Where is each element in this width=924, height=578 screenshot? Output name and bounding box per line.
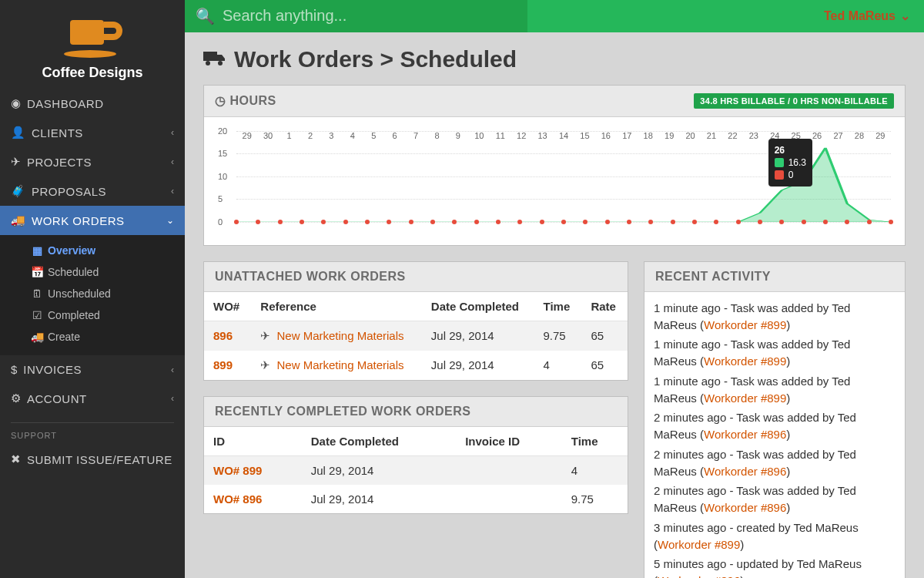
reference-link[interactable]: ✈ New Marketing Materials <box>260 358 403 371</box>
reference-link[interactable]: ✈ New Marketing Materials <box>260 329 403 342</box>
check-icon: ☑ <box>31 309 43 321</box>
user-icon: 👤 <box>11 126 25 139</box>
grid-icon: ▦ <box>31 244 43 257</box>
data-point <box>474 220 479 224</box>
chevron-down-icon: ⌄ <box>900 8 910 23</box>
data-point <box>256 220 260 224</box>
activity-entry: 2 minutes ago - Task was added by Ted Ma… <box>654 409 896 443</box>
svg-point-1 <box>64 50 116 58</box>
subnav-item-overview[interactable]: ▦Overview <box>0 240 185 261</box>
sidebar: Coffee Designs ◉ DASHBOARD 👤 CLIENTS ‹✈ … <box>0 0 185 578</box>
nav-item-dashboard[interactable]: ◉ DASHBOARD <box>0 89 185 118</box>
data-point <box>583 220 588 224</box>
coffee-cup-icon <box>59 15 126 59</box>
hours-summary-badge: 34.8 HRS BILLABLE / 0 HRS NON-BILLABLE <box>694 93 894 109</box>
activity-entry: 2 minutes ago - Task was added by Ted Ma… <box>654 482 896 516</box>
data-point <box>452 220 457 224</box>
data-point <box>496 220 500 224</box>
hours-title: ◷ HOURS <box>215 93 276 108</box>
data-point <box>300 220 304 224</box>
nav-item-invoices[interactable]: $ INVOICES ‹ <box>0 355 185 384</box>
search-bar[interactable]: 🔍 <box>185 0 527 32</box>
data-point <box>867 220 872 224</box>
workorder-link[interactable]: Workorder #899 <box>704 318 786 331</box>
data-point <box>321 220 326 224</box>
hours-card: ◷ HOURS 34.8 HRS BILLABLE / 0 HRS NON-BI… <box>203 85 906 246</box>
workorder-link[interactable]: Workorder #896 <box>704 501 786 514</box>
search-input[interactable] <box>223 7 517 25</box>
user-name: Ted MaReus <box>824 9 896 23</box>
data-point <box>234 220 239 224</box>
data-point <box>779 220 784 224</box>
data-point <box>561 220 566 224</box>
truck-icon: 🚚 <box>31 331 43 343</box>
activity-entry: 1 minute ago - Task was added by Ted MaR… <box>654 300 896 334</box>
nav-item-proposals[interactable]: 🧳 PROPOSALS ‹ <box>0 176 185 206</box>
column-header: WO# <box>204 292 251 321</box>
chevron-left-icon: ‹ <box>171 365 174 375</box>
calendar-blank-icon: 🗓 <box>31 287 43 300</box>
workorder-link[interactable]: Workorder #899 <box>704 355 786 368</box>
workorder-link[interactable]: Workorder #896 <box>704 465 786 478</box>
workorder-link[interactable]: Workorder #899 <box>658 538 740 551</box>
activity-entry: 1 minute ago - Task was added by Ted MaR… <box>654 373 896 407</box>
main: 🔍 Ted MaReus ⌄ Work Orders > Scheduled <box>185 0 924 578</box>
support-nav: ✖ SUBMIT ISSUE/FEATURE <box>0 445 185 474</box>
nav-item-work-orders[interactable]: 🚚 WORK ORDERS ⌄ <box>0 206 185 235</box>
svg-rect-2 <box>203 52 217 61</box>
user-menu[interactable]: Ted MaReus ⌄ <box>527 0 924 32</box>
chevron-left-icon: ‹ <box>171 186 174 197</box>
data-point <box>845 220 849 224</box>
subnav-item-scheduled[interactable]: 📅Scheduled <box>0 261 185 283</box>
workorder-link[interactable]: 896 <box>213 329 233 342</box>
y-tick: 20 <box>218 126 227 136</box>
support-section-label: SUPPORT <box>0 428 185 445</box>
activity-feed: 1 minute ago - Task was added by Ted MaR… <box>644 292 905 578</box>
data-point <box>387 220 391 224</box>
workorder-link[interactable]: Workorder #896 <box>704 428 786 441</box>
data-point <box>278 220 283 224</box>
column-header: Rate <box>581 292 628 321</box>
activity-card: RECENT ACTIVITY 1 minute ago - Task was … <box>644 261 906 578</box>
chevron-down-icon: ⌄ <box>166 215 174 226</box>
y-tick: 15 <box>218 149 227 158</box>
workorder-link[interactable]: Workorder #899 <box>704 391 786 405</box>
chevron-left-icon: ‹ <box>171 127 174 138</box>
table-row: 896 ✈ New Marketing Materials Jul 29, 20… <box>204 321 628 351</box>
workorder-link[interactable]: Workorder #896 <box>658 574 740 578</box>
data-point <box>736 220 741 224</box>
workorder-link[interactable]: WO# 896 <box>213 492 262 506</box>
data-point <box>758 220 762 224</box>
clock-icon: ◷ <box>215 94 226 107</box>
subnav-item-unscheduled[interactable]: 🗓Unscheduled <box>0 283 185 304</box>
workorder-link[interactable]: 899 <box>213 358 233 371</box>
data-point <box>365 220 370 224</box>
workorder-link[interactable]: WO# 899 <box>213 464 262 477</box>
data-point <box>517 220 522 224</box>
nav-item-account[interactable]: ⚙ ACCOUNT ‹ <box>0 384 185 413</box>
submit-issue-link[interactable]: ✖ SUBMIT ISSUE/FEATURE <box>0 445 185 474</box>
unattached-card: UNATTACHED WORK ORDERS WO#ReferenceDate … <box>203 261 628 381</box>
brand: Coffee Designs <box>0 0 185 89</box>
chevron-left-icon: ‹ <box>171 156 174 167</box>
brand-name: Coffee Designs <box>0 65 185 81</box>
workorders-subnav: ▦Overview📅Scheduled🗓Unscheduled☑Complete… <box>0 235 185 355</box>
activity-entry: 1 minute ago - Task was added by Ted MaR… <box>654 336 896 370</box>
nav-item-projects[interactable]: ✈ PROJECTS ‹ <box>0 147 185 176</box>
unattached-title: UNATTACHED WORK ORDERS <box>215 270 406 284</box>
activity-entry: 3 minutes ago - created by Ted MaReus (W… <box>654 519 896 553</box>
subnav-item-create[interactable]: 🚚Create <box>0 326 185 348</box>
activity-entry: 5 minutes ago - updated by Ted MaReus (W… <box>654 556 896 578</box>
column-header: Invoice ID <box>456 427 562 456</box>
data-point <box>802 220 806 224</box>
chevron-left-icon: ‹ <box>171 393 174 404</box>
chart-tooltip: 26 16.3 0 <box>768 139 812 187</box>
briefcase-icon: 🧳 <box>11 184 25 198</box>
data-point <box>430 220 435 224</box>
data-point <box>343 220 348 224</box>
column-header: Date Completed <box>302 427 456 456</box>
rocket-icon: ✈ <box>260 358 270 371</box>
nav-item-clients[interactable]: 👤 CLIENTS ‹ <box>0 118 185 147</box>
subnav-item-completed[interactable]: ☑Completed <box>0 304 185 326</box>
rocket-icon: ✈ <box>11 155 21 169</box>
